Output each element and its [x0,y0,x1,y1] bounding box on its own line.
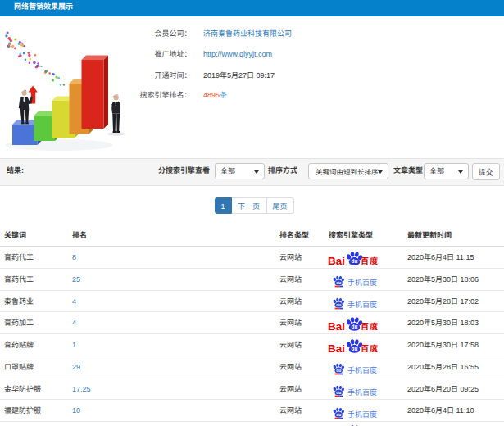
svg-text:手机百度: 手机百度 [347,386,377,397]
svg-text:du: du [336,302,341,307]
svg-text:手机百度: 手机百度 [347,277,377,288]
svg-text:du: du [336,412,341,417]
svg-text:Bai: Bai [328,320,345,332]
svg-text:du: du [336,280,341,285]
svg-text:du: du [352,324,358,329]
svg-text:du: du [336,368,341,373]
svg-text:du: du [352,258,358,264]
svg-text:百度: 百度 [361,342,379,354]
svg-text:Bai: Bai [328,342,345,354]
svg-text:du: du [352,346,358,351]
svg-text:百度: 百度 [361,254,379,266]
svg-text:手机百度: 手机百度 [347,365,377,375]
svg-text:Bai: Bai [328,255,345,266]
svg-text:百度: 百度 [361,320,379,332]
svg-text:du: du [336,390,341,395]
svg-text:手机百度: 手机百度 [347,408,377,419]
svg-text:手机百度: 手机百度 [347,298,377,309]
